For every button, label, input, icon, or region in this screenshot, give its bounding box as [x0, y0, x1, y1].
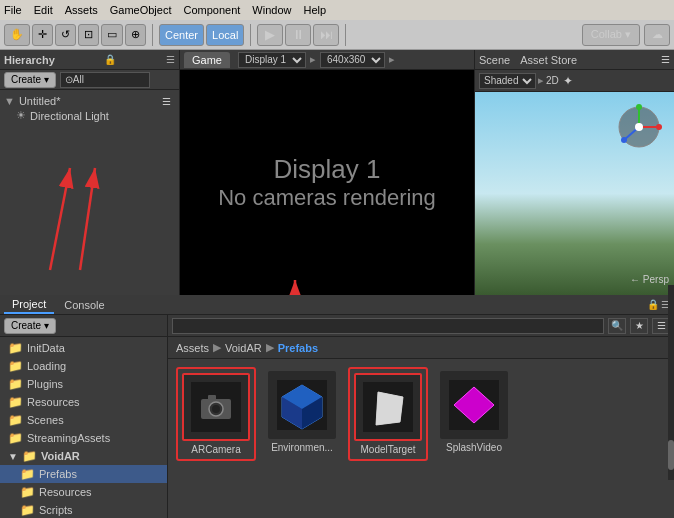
scrollbar-track	[668, 315, 674, 480]
menu-window[interactable]: Window	[252, 4, 291, 16]
play-button[interactable]: ▶	[257, 24, 283, 46]
main-area: Hierarchy 🔒 ☰ Create ▾ ▼ Untitled* ☰ ☀ D…	[0, 50, 674, 295]
arcamera-label: ARCamera	[191, 444, 240, 455]
move-tool[interactable]: ✛	[32, 24, 53, 46]
scene-gizmo	[614, 102, 664, 152]
file-item-prefabs[interactable]: 📁 Prefabs	[0, 465, 167, 483]
asset-splashvideo[interactable]: SplashVideo	[434, 367, 514, 461]
bottom-tabs: Project Console 🔒 ☰	[0, 295, 674, 315]
scene-tab[interactable]: Scene	[479, 54, 510, 66]
assets-search[interactable]	[172, 318, 604, 334]
pause-button[interactable]: ⏸	[285, 24, 311, 46]
scene-header: Scene Asset Store ☰	[475, 50, 674, 70]
file-item-voidar[interactable]: ▼ 📁 VoidAR	[0, 447, 167, 465]
menu-gameobject[interactable]: GameObject	[110, 4, 172, 16]
path-prefabs[interactable]: Prefabs	[278, 342, 318, 354]
modeltarget-label: ModelTarget	[360, 444, 415, 455]
file-item-loading[interactable]: 📁 Loading	[0, 357, 167, 375]
file-item-resources2[interactable]: 📁 Resources	[0, 483, 167, 501]
asset-environment[interactable]: Environmen...	[262, 367, 342, 461]
scene-menu-icon[interactable]: ☰	[162, 96, 171, 107]
path-assets[interactable]: Assets	[176, 342, 209, 354]
sep2: ▶	[266, 341, 274, 354]
game-panel: Game Display 1 ▸ 640x360 ▸ Display 1 No …	[180, 50, 474, 295]
file-tree: 📁 InitData 📁 Loading 📁 Plugins 📁 Resourc…	[0, 337, 168, 518]
arrow-icon: ▸	[310, 53, 316, 66]
rect-tool[interactable]: ▭	[101, 24, 123, 46]
step-button[interactable]: ⏭	[313, 24, 339, 46]
display-select[interactable]: Display 1	[238, 52, 306, 68]
file-label: StreamingAssets	[27, 432, 110, 444]
hierarchy-title: Hierarchy	[4, 54, 55, 66]
file-label: VoidAR	[41, 450, 80, 462]
hierarchy-create-btn[interactable]: Create ▾	[4, 72, 56, 88]
scale-tool[interactable]: ⊡	[78, 24, 99, 46]
file-item-plugins[interactable]: 📁 Plugins	[0, 375, 167, 393]
hierarchy-content: ▼ Untitled* ☰ ☀ Directional Light	[0, 90, 179, 295]
hierarchy-menu-icon[interactable]: ☰	[166, 54, 175, 65]
collab-label: Collab ▾	[591, 28, 631, 41]
scene-label: Untitled*	[19, 95, 61, 107]
transform-tools: ✋ ✛ ↺ ⊡ ▭ ⊕	[4, 24, 146, 46]
scene-root-item[interactable]: ▼ Untitled* ☰	[0, 94, 179, 108]
file-item-resources[interactable]: 📁 Resources	[0, 393, 167, 411]
file-item-streaming[interactable]: 📁 StreamingAssets	[0, 429, 167, 447]
path-voidar[interactable]: VoidAR	[225, 342, 262, 354]
play-controls: ▶ ⏸ ⏭	[257, 24, 339, 46]
menu-file[interactable]: File	[4, 4, 22, 16]
game-header: Game Display 1 ▸ 640x360 ▸	[180, 50, 474, 70]
shading-select[interactable]: Shaded	[479, 73, 536, 89]
menu-edit[interactable]: Edit	[34, 4, 53, 16]
env-label: Environmen...	[271, 442, 333, 453]
center-btn[interactable]: Center	[159, 24, 204, 46]
cloud-button[interactable]: ☁	[644, 24, 670, 46]
svg-point-15	[212, 405, 220, 413]
console-tab[interactable]: Console	[56, 297, 112, 313]
scrollbar-thumb[interactable]	[668, 440, 674, 470]
file-label: Scripts	[39, 504, 73, 516]
star-icon-btn[interactable]: ★	[630, 318, 648, 334]
game-tab[interactable]: Game	[184, 52, 230, 68]
file-label: Resources	[27, 396, 80, 408]
file-item-scenes[interactable]: 📁 Scenes	[0, 411, 167, 429]
2d-toggle[interactable]: 2D	[546, 75, 559, 86]
assets-toolbar: 🔍 ★ ☰	[168, 315, 674, 337]
directional-light-item[interactable]: ☀ Directional Light	[0, 108, 179, 123]
menu-help[interactable]: Help	[303, 4, 326, 16]
lighting-icon[interactable]: ✦	[563, 74, 573, 88]
asset-arcamera[interactable]: ARCamera	[176, 367, 256, 461]
local-btn[interactable]: Local	[206, 24, 244, 46]
scene-controls: Shaded ▸ 2D ✦	[475, 70, 674, 92]
transform-tool[interactable]: ⊕	[125, 24, 146, 46]
project-create-btn[interactable]: Create ▾	[4, 318, 56, 334]
scene-menu[interactable]: ☰	[661, 54, 670, 65]
menu-component[interactable]: Component	[183, 4, 240, 16]
hierarchy-search[interactable]	[60, 72, 150, 88]
project-left: Create ▾ 📁 InitData 📁 Loading 📁 Plugins …	[0, 315, 168, 518]
asset-modeltarget[interactable]: ModelTarget	[348, 367, 428, 461]
assets-grid: ARCamera Environmen...	[168, 359, 674, 518]
menu-assets[interactable]: Assets	[65, 4, 98, 16]
project-tab[interactable]: Project	[4, 296, 54, 314]
rotate-tool[interactable]: ↺	[55, 24, 76, 46]
folder-icon: 📁	[20, 485, 35, 499]
hand-tool[interactable]: ✋	[4, 24, 30, 46]
folder-icon: 📁	[8, 341, 23, 355]
collab-button[interactable]: Collab ▾	[582, 24, 640, 46]
assets-breadcrumb: Assets ▶ VoidAR ▶ Prefabs	[168, 337, 674, 359]
svg-point-7	[635, 123, 643, 131]
file-label: Plugins	[27, 378, 63, 390]
search-icon-btn[interactable]: 🔍	[608, 318, 626, 334]
bottom-lock[interactable]: 🔒	[647, 299, 659, 310]
file-item-initdata[interactable]: 📁 InitData	[0, 339, 167, 357]
game-viewport: Display 1 No cameras rendering	[180, 70, 474, 295]
modeltarget-thumb	[354, 373, 422, 441]
display-text: Display 1 No cameras rendering	[218, 154, 436, 211]
arrow-icon2: ▸	[389, 53, 395, 66]
svg-rect-16	[208, 395, 216, 400]
hierarchy-toolbar: Create ▾	[0, 70, 179, 90]
lock-icon[interactable]: 🔒	[104, 54, 116, 65]
file-item-scripts[interactable]: 📁 Scripts	[0, 501, 167, 518]
resolution-select[interactable]: 640x360	[320, 52, 385, 68]
assetstore-tab[interactable]: Asset Store	[520, 54, 577, 66]
